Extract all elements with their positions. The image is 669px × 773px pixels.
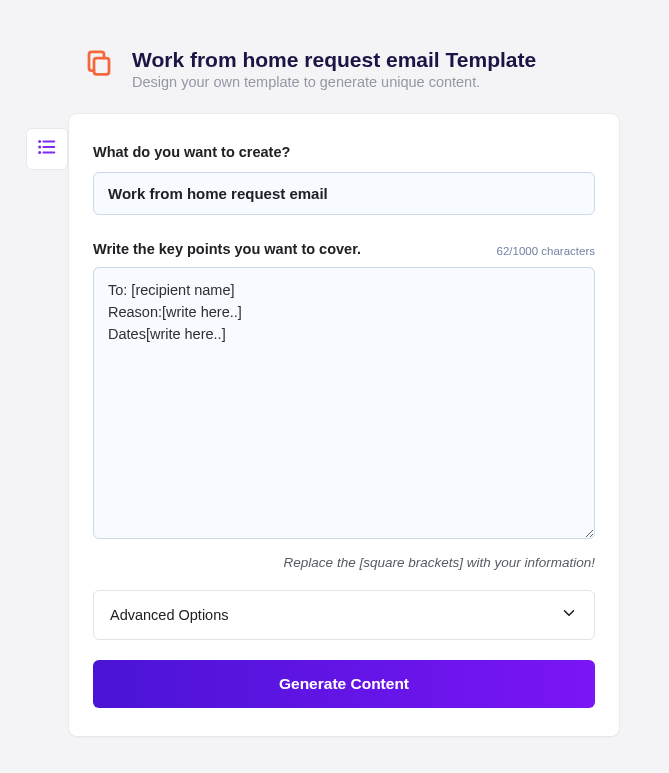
create-label: What do you want to create? [93, 144, 595, 160]
svg-point-3 [39, 146, 40, 147]
svg-rect-0 [94, 58, 109, 74]
copy-icon [84, 48, 114, 78]
list-icon [36, 136, 58, 162]
svg-point-1 [39, 141, 40, 142]
generate-content-button[interactable]: Generate Content [93, 660, 595, 708]
hint-text: Replace the [square brackets] with your … [93, 555, 595, 570]
list-toggle-button[interactable] [26, 128, 68, 170]
create-input[interactable] [93, 172, 595, 215]
keypoints-label: Write the key points you want to cover. [93, 241, 361, 257]
char-counter: 62/1000 characters [497, 245, 595, 257]
advanced-options-label: Advanced Options [110, 607, 229, 623]
advanced-options-toggle[interactable]: Advanced Options [93, 590, 595, 640]
page-subtitle: Design your own template to generate uni… [132, 74, 536, 90]
keypoints-textarea[interactable] [93, 267, 595, 539]
svg-point-5 [39, 152, 40, 153]
chevron-down-icon [560, 604, 578, 626]
form-card: What do you want to create? Write the ke… [69, 114, 619, 736]
page-title: Work from home request email Template [132, 48, 536, 72]
